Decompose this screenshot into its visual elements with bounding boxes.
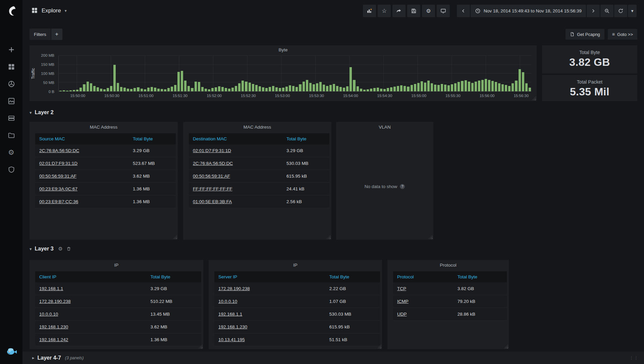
ip-address-link[interactable]: 192.168.1.242 [39,337,68,342]
section-title: Layer 3 [35,246,54,252]
chart-bar [265,88,268,91]
chart-title[interactable]: Byte [30,47,537,52]
time-forward-button[interactable] [587,5,600,17]
resize-handle[interactable] [173,235,177,239]
time-range-button[interactable]: Nov 18, 2014 15:49:43 to Nov 18, 2014 15… [471,5,586,17]
layer3-section-header[interactable]: ▾ Layer 3 ⚙ [30,244,71,253]
column-header[interactable]: Total Byte [457,274,507,279]
ip-address-link[interactable]: 192.168.1.1 [218,312,242,317]
panel-count: (3 panels) [65,356,84,360]
refresh-interval-button[interactable]: ▾ [628,5,637,17]
goto-button[interactable]: ≡ Goto >> [608,29,637,40]
column-header[interactable]: Total Byte [329,274,380,279]
resize-handle[interactable] [327,235,331,239]
chart-bar [508,86,511,91]
dashboards-icon[interactable] [0,58,22,75]
panel-title[interactable]: IP [209,263,382,268]
protocol-link[interactable]: UDP [397,312,407,317]
mac-address-link[interactable]: 00:23:E9:B7:CC:36 [39,199,78,204]
column-header[interactable]: Protocol [393,274,457,279]
app-logo-icon[interactable] [4,3,19,18]
refresh-button[interactable] [614,5,627,17]
share-button[interactable] [392,5,406,17]
ip-address-link[interactable]: 172.28.190.238 [39,299,71,304]
table-row: 172.28.190.2382.22 GB [214,282,380,295]
storage-icon[interactable] [0,109,22,127]
add-panel-button[interactable] [363,5,376,17]
resize-handle[interactable] [504,345,508,349]
protocol-link[interactable]: ICMP [397,299,409,304]
mac-address-link[interactable]: 00:50:56:59:31:AF [193,174,230,179]
ip-address-link[interactable]: 192.168.1.230 [218,324,247,329]
y-tick-label: 150 MB [41,62,54,66]
folder-icon[interactable] [0,127,22,144]
chart-bar [424,83,426,92]
settings-gear-icon[interactable]: ⚙ [0,144,22,161]
column-header[interactable]: Server IP [214,274,329,279]
chart-bar [434,85,436,91]
add-icon[interactable] [0,41,22,58]
mac-address-link[interactable]: 00:50:56:59:31:AF [39,174,76,179]
drag-handle-icon[interactable]: ⋮⋮ [629,355,639,360]
protocol-link[interactable]: TCP [397,286,406,291]
mac-address-link[interactable]: FF:FF:FF:FF:FF:FF [193,186,232,191]
resize-handle[interactable] [532,96,536,100]
layer47-section-header[interactable]: ▸ Layer 4-7 (3 panels) ⋮⋮ [22,352,644,364]
ip-address-link[interactable]: 10.0.0.10 [39,312,58,317]
clock-icon [475,8,481,14]
chevron-right-icon[interactable]: ▸ [32,355,35,360]
chevron-down-icon[interactable]: ▾ [65,8,67,13]
column-header[interactable]: Client IP [35,274,150,279]
byte-value: 3.62 MB [132,174,176,179]
column-header[interactable]: Total Byte [286,136,329,141]
shield-icon[interactable] [0,161,22,178]
time-back-button[interactable] [457,5,470,17]
column-header[interactable]: Source MAC [35,136,132,141]
panel-title[interactable]: MAC Address [30,125,178,130]
mac-address-link[interactable]: 2C:76:8A:56:5D:DC [193,161,233,166]
ip-address-link[interactable]: 192.168.1.230 [39,324,68,329]
stat-value: 5.35 Mil [542,86,637,98]
column-header[interactable]: Destination MAC [189,136,286,141]
settings-button[interactable]: ⚙ [422,5,435,17]
mac-address-link[interactable]: 00:23:E9:3A:0C:67 [39,186,77,191]
column-header[interactable]: Total Byte [132,136,176,141]
get-pcapng-button[interactable]: Get Pcapng [566,29,604,40]
panel-title[interactable]: IP [30,263,203,268]
ip-address-link[interactable]: 192.168.1.1 [39,286,63,291]
add-filter-button[interactable]: + [51,29,62,40]
chart-x-ticks: 15:50:0015:50:3015:51:0015:51:3015:52:00… [58,94,531,99]
help-question-icon[interactable]: ? [400,184,405,189]
mac-address-link[interactable]: 02:01:D7:F9:31:1D [39,161,77,166]
star-button[interactable]: ☆ [378,5,391,17]
chevron-down-icon[interactable]: ▾ [30,246,32,252]
protocol-table: Protocol Total Byte TCP3.82 GB ICMP79.20… [393,271,507,321]
x-tick-label: 15:53:00 [275,94,290,98]
cycle-view-button[interactable] [437,5,450,17]
chart-bar [411,85,413,91]
mac-address-link[interactable]: 2C:76:8A:56:5D:DC [39,148,79,153]
ip-address-link[interactable]: 10.13.41.195 [218,337,245,342]
mac-address-link[interactable]: 02:01:D7:F9:31:1D [193,148,231,153]
chevron-down-icon[interactable]: ▾ [30,110,32,115]
chart-bar [154,88,156,91]
ip-address-link[interactable]: 172.28.190.238 [218,286,250,291]
mac-address-link[interactable]: 01:00:5E:EB:3B:FA [193,199,232,204]
panel-title[interactable]: Protocol [387,263,509,268]
aperture-icon[interactable] [0,75,22,92]
column-header[interactable]: Total Byte [150,274,201,279]
layer2-section-header[interactable]: ▾ Layer 2 [30,108,54,117]
chart-bar [505,85,507,91]
zoom-out-button[interactable] [600,5,613,17]
panel-title[interactable]: MAC Address [183,125,331,130]
ip-address-link[interactable]: 10.0.0.10 [218,299,237,304]
trash-icon[interactable] [66,246,71,251]
fish-avatar[interactable] [5,345,18,358]
apps-grid-icon[interactable] [31,7,38,15]
row-settings-gear-icon[interactable]: ⚙ [58,246,63,252]
panel-title[interactable]: VLAN [336,125,433,130]
panel-frame-icon[interactable] [0,92,22,109]
chart-bar [63,90,65,91]
save-button[interactable] [407,5,420,17]
page-title[interactable]: Explore [42,7,61,14]
